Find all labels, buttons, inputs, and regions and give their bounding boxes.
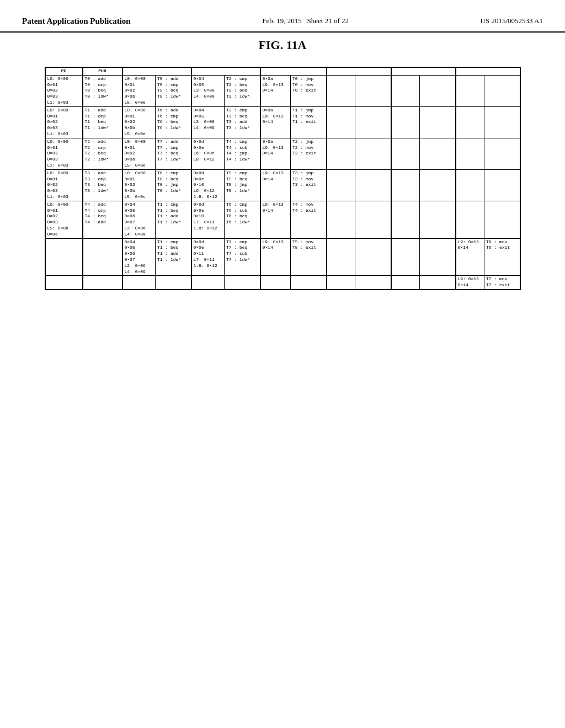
cell-c4r-3: T4 : cmp T4 : sub T4 : jmp T4 : ldw*	[225, 138, 260, 169]
cell-c3l-4: L0: 0×00 0×01 0×02 0×0b L5: 0×0c	[122, 169, 156, 201]
cell-c8l-1	[456, 75, 484, 106]
table-row: L0: 0×00 0×01 0×02 0×03 L1: 0×03 T2 : ad…	[45, 138, 520, 169]
cell-c3l-2: L0: 0×00 0×01 0×02 0×0b L5: 0×0e	[122, 106, 156, 138]
cell-pc-2: L0: 0×00 0×01 0×02 0×03 L1: 0×03	[45, 106, 83, 138]
cell-c3l-6: 0×04 0×05 0×06 0×07 L2: 0×06 L4: 0×09	[122, 238, 156, 276]
cell-pu0-5: T4 : add T4 : cmp T4 : beq T4 : add	[83, 201, 122, 238]
cell-c6r-2	[355, 106, 391, 138]
cell-c3r-3: T7 : add T7 : cmp T7 : beq T7 : ldw*	[156, 138, 191, 169]
cell-c3r-5: T1 : cmp T1 : beq T1 : add T1 : ldw*	[156, 201, 191, 238]
cell-c5r-1: T0 : jmp T0 : mov T0 : exit	[291, 75, 327, 106]
cell-c8l-3	[456, 138, 484, 169]
cell-c3r-1: T5 : add T5 : cmp T5 : beq T5 : ldw*	[156, 75, 191, 106]
cell-c3r-4: T0 : cmp T0 : beq T0 : jmp T0 : ldw*	[156, 169, 191, 201]
cell-pu0-7	[83, 276, 122, 290]
cell-c4l-4: 0×0d 0×0e 0×10 L6: 0×12 1.8: 0×12	[191, 169, 225, 201]
col-header-pc: PC	[45, 67, 83, 75]
cell-pu0-1: T0 : add T0 : cmp T0 : beq T0 : ldw*	[83, 75, 122, 106]
cell-c5r-3: T2 : jmp T2 : mov T2 : exit	[291, 138, 327, 169]
cell-pc-4: L0: 0×00 0×01 0×02 0×03 L1: 0×03	[45, 169, 83, 201]
header-sheet: Sheet 21 of 22	[307, 17, 349, 25]
cell-c4l-5: 0×0d 0×0e 0×10 L7: 0×11 1.8: 0×12	[191, 201, 225, 238]
cell-c3l-5: 0×04 0×05 0×06 0×07 L2: 0×06 L4: 0×09	[122, 201, 156, 238]
cell-c7r-1	[420, 75, 456, 106]
table-row: L9: 0×13 0×14 T7 : mov T7 : exit	[45, 276, 520, 290]
cell-c7r-3	[420, 138, 456, 169]
diagram-wrapper: PC PU0 L0: 0×00 0×01 0×02 0×03 L1: 0×03 …	[17, 61, 548, 296]
cell-c5l-4: L9: 0×13 0×14	[260, 169, 291, 201]
col-header-c4	[191, 67, 260, 75]
cell-c6l-1	[327, 75, 355, 106]
cell-c3l-3: L0: 0×00 0×01 0×02 0×0b L5: 0×0e	[122, 138, 156, 169]
cell-c8r-7: T7 : mov T7 : exit	[484, 276, 520, 290]
cell-c8l-7: L9: 0×13 0×14	[456, 276, 484, 290]
cell-c6l-5	[327, 201, 355, 238]
cell-c4l-6: 0×0d 0×0e 0×11 L7: 0×11 1.8: 0×12	[191, 238, 225, 276]
cell-c6r-5	[355, 201, 391, 238]
cell-c7l-3	[391, 138, 420, 169]
cell-c7l-6	[391, 238, 420, 276]
cell-c5r-4: T3 : jmp T3 : mov T3 : exit	[291, 169, 327, 201]
header-date: Feb. 19, 2015	[262, 17, 302, 25]
cell-c3r-2: T6 : add T6 : cmp T6 : beq T6 : ldw*	[156, 106, 191, 138]
cell-c4l-2: 0×04 0×05 L3: 0×08 L4: 0×09	[191, 106, 225, 138]
cell-c8r-1	[484, 75, 520, 106]
cell-c6r-1	[355, 75, 391, 106]
cell-c4r-7	[225, 276, 260, 290]
cell-c6r-4	[355, 169, 391, 201]
cell-c4r-5: T6 : cmp T6 : sub T6 : beq T6 : ldw*	[225, 201, 260, 238]
col-header-c3	[122, 67, 191, 75]
page-body: FIG. 11A PC PU0	[0, 38, 565, 296]
cell-c6l-3	[327, 138, 355, 169]
cell-c7l-4	[391, 169, 420, 201]
cell-c7l-2	[391, 106, 420, 138]
cell-c5l-6: L9: 0×13 0×14	[260, 238, 291, 276]
cell-c8r-4	[484, 169, 520, 201]
cell-c3l-7	[122, 276, 156, 290]
cell-pu0-4: T3 : add T3 : cmp T3 : beq T3 : ldw*	[83, 169, 122, 201]
cell-c4l-1: 0×04 0×05 L3: 0×08 L4: 0×09	[191, 75, 225, 106]
col-header-c6	[327, 67, 391, 75]
cell-c6l-4	[327, 169, 355, 201]
cell-c7l-1	[391, 75, 420, 106]
cell-c7r-4	[420, 169, 456, 201]
cell-c3l-1: L0: 0×00 0×01 0×02 0×0b L5: 0×0e	[122, 75, 156, 106]
cell-pc-3: L0: 0×00 0×01 0×02 0×03 L1: 0×03	[45, 138, 83, 169]
cell-c8r-6: T6 : mov T6 : exit	[484, 238, 520, 276]
cell-c4r-2: T3 : cmp T3 : beq T3 : add T3 : ldw*	[225, 106, 260, 138]
page-header: Patent Application Publication Feb. 19, …	[0, 0, 565, 33]
cell-c5l-5: L9: 0×13 0×14	[260, 201, 291, 238]
cell-c3r-6: T1 : cmp T1 : beq T1 : add T1 : ldw*	[156, 238, 191, 276]
cell-c8r-5	[484, 201, 520, 238]
cell-c5r-7	[291, 276, 327, 290]
cell-c4r-4: T5 : cmp T5 : beq T5 : jmp T5 : ldw*	[225, 169, 260, 201]
header-center: Feb. 19, 2015 Sheet 21 of 22	[262, 17, 349, 25]
cell-c7l-7	[391, 276, 420, 290]
table-row: L0: 0×00 0×01 0×02 0×03 L1: 0×03 T3 : ad…	[45, 169, 520, 201]
table-row: 0×04 0×05 0×06 0×07 L2: 0×06 L4: 0×09 T1…	[45, 238, 520, 276]
cell-c5l-7	[260, 276, 291, 290]
cell-c8l-4	[456, 169, 484, 201]
cell-c7r-6	[420, 238, 456, 276]
col-header-c5	[260, 67, 327, 75]
col-header-pu0: PU0	[83, 67, 122, 75]
cell-c5l-2: 0×0a L9: 0×13 0×14	[260, 106, 291, 138]
cell-c4r-1: T2 : cmp T2 : beq T2 : add T2 : ldw*	[225, 75, 260, 106]
cell-c6l-6	[327, 238, 355, 276]
cell-c4r-6: T7 : cmp T7 : beq T7 : sub T7 : ldw*	[225, 238, 260, 276]
cell-c5l-3: 0×0a L9: 0×13 0×14	[260, 138, 291, 169]
cell-c5l-1: 0×0a L9: 0×13 0×14	[260, 75, 291, 106]
cell-c6l-7	[327, 276, 355, 290]
col-header-c8	[456, 67, 520, 75]
table-row: L0: 0×00 0×01 0×02 0×03 L1: 0×03 T0 : ad…	[45, 75, 520, 106]
cell-pu0-3: T2 : add T2 : cmp T2 : beq T2 : ldw*	[83, 138, 122, 169]
table-row: L0: 0×00 0×01 0×02 0×03 L1: 0×03 T1 : ad…	[45, 106, 520, 138]
cell-c6r-3	[355, 138, 391, 169]
cell-pc-1: L0: 0×00 0×01 0×02 0×03 L1: 0×03	[45, 75, 83, 106]
cell-c6r-7	[355, 276, 391, 290]
col-header-c7	[391, 67, 456, 75]
cell-c4l-3: 0×0d 0×0e L6: 0×0f L8: 0×12	[191, 138, 225, 169]
cell-c5r-5: T4 : mov T4 : exit	[291, 201, 327, 238]
cell-c7r-7	[420, 276, 456, 290]
cell-c8r-2	[484, 106, 520, 138]
